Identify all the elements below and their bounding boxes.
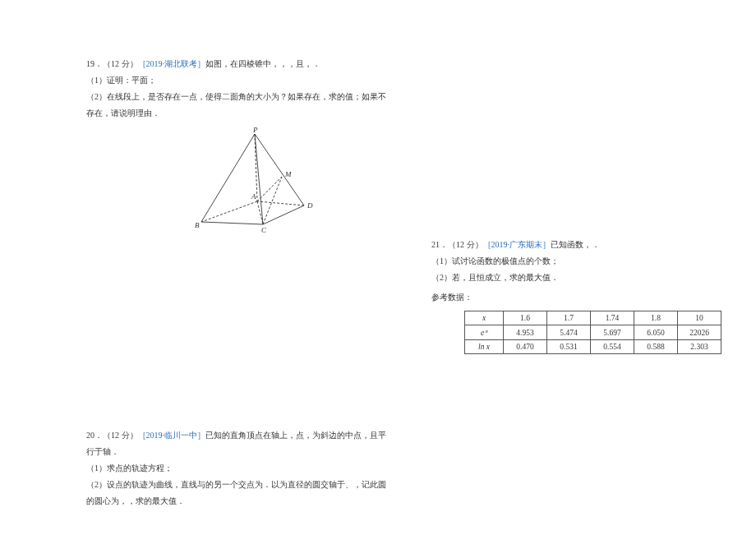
q21-title-rest: 已知函数，．: [551, 240, 600, 249]
svg-line-2: [257, 201, 304, 205]
q21-part2: （2）若，且恒成立，求的最大值．: [431, 270, 727, 286]
cell-x-4: 1.8: [634, 311, 678, 325]
label-C: C: [261, 226, 267, 234]
cell-ex-5: 22026: [678, 325, 721, 340]
svg-line-5: [255, 134, 263, 224]
q20-source-link: ［2019·临川一中］: [138, 431, 206, 440]
label-D: D: [307, 201, 313, 210]
q20-title-line: 20．（12 分）［2019·临川一中］已知的直角顶点在轴上，点，为斜边的中点，…: [86, 427, 390, 460]
cell-x-2: 1.7: [547, 311, 591, 325]
q21-ref-label: 参考数据：: [431, 289, 727, 306]
table-row: ln x 0.470 0.531 0.554 0.588 2.303: [465, 340, 721, 354]
cell-ln-3: 0.554: [591, 340, 634, 354]
svg-line-6: [255, 134, 304, 205]
cell-x-1: 1.6: [504, 311, 547, 325]
q19-figure: P B C D A M: [193, 127, 333, 234]
q19-part1: （1）证明：平面；: [86, 72, 390, 89]
svg-line-4: [201, 134, 255, 222]
label-P: P: [252, 127, 258, 134]
cell-ln-2: 0.531: [547, 340, 591, 354]
reference-table: x 1.6 1.7 1.74 1.8 10 eˣ 4.953 5.474 5.6…: [464, 311, 721, 354]
q19-title-line: 19．（12 分）［2019·湖北联考］如图，在四棱锥中，，，且，．: [86, 56, 390, 72]
q19-prefix: 19．（12 分）: [86, 59, 138, 68]
svg-line-0: [201, 222, 263, 224]
cell-x-label: x: [465, 311, 504, 325]
q20-prefix: 20．（12 分）: [86, 431, 138, 440]
cell-x-3: 1.74: [591, 311, 634, 325]
cell-ex-3: 5.697: [591, 325, 634, 340]
question-20: 20．（12 分）［2019·临川一中］已知的直角顶点在轴上，点，为斜边的中点，…: [86, 427, 390, 510]
q21-title-line: 21．（12 分）［2019·广东期末］已知函数，．: [431, 237, 727, 253]
label-A: A: [251, 192, 256, 201]
question-19: 19．（12 分）［2019·湖北联考］如图，在四棱锥中，，，且，． （1）证明…: [86, 56, 390, 122]
q20-part1: （1）求点的轨迹方程；: [86, 460, 390, 477]
question-21: 21．（12 分）［2019·广东期末］已知函数，． （1）试讨论函数的极值点的…: [431, 237, 727, 354]
q21-source-link: ［2019·广东期末］: [483, 240, 551, 249]
cell-ln-4: 0.588: [634, 340, 678, 354]
table-row: x 1.6 1.7 1.74 1.8 10: [465, 311, 721, 325]
q21-prefix: 21．（12 分）: [431, 240, 483, 249]
table-row: eˣ 4.953 5.474 5.697 6.050 22026: [465, 325, 721, 340]
cell-x-5: 10: [678, 311, 721, 325]
cell-ex-1: 4.953: [504, 325, 547, 340]
cell-ex-2: 5.474: [547, 325, 591, 340]
cell-ln-1: 0.470: [504, 340, 547, 354]
q19-title-rest: 如图，在四棱锥中，，，且，．: [205, 59, 320, 68]
cell-ln-5: 2.303: [678, 340, 721, 354]
cell-ex-label: eˣ: [465, 325, 504, 340]
q20-part2: （2）设点的轨迹为曲线，直线与的另一个交点为．以为直径的圆交轴于、，记此圆的圆心…: [86, 477, 390, 510]
q19-source-link: ［2019·湖北联考］: [138, 59, 206, 68]
q21-part1: （1）试讨论函数的极值点的个数；: [431, 253, 727, 270]
cell-ex-4: 6.050: [634, 325, 678, 340]
pyramid-diagram: P B C D A M: [193, 127, 333, 234]
cell-ln-label: ln x: [465, 340, 504, 354]
svg-line-9: [257, 177, 282, 201]
label-M: M: [284, 170, 292, 178]
q19-part2: （2）在线段上，是否存在一点，使得二面角的大小为？如果存在，求的值；如果不存在，…: [86, 89, 390, 122]
svg-line-3: [201, 201, 257, 222]
label-B: B: [195, 221, 200, 229]
page: 19．（12 分）［2019·湖北联考］如图，在四棱锥中，，，且，． （1）证明…: [0, 0, 756, 535]
